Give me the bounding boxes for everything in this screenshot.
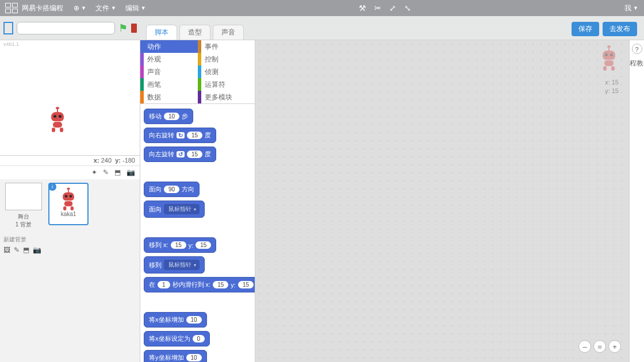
category-运算符[interactable]: 运算符 xyxy=(198,78,255,91)
block-change-y[interactable]: 将y坐标增加10 xyxy=(144,350,207,362)
app-logo xyxy=(5,2,20,14)
block-point-dir[interactable]: 面向90方向 xyxy=(144,182,200,197)
app-title: 网易卡搭编程 xyxy=(22,3,63,13)
zoom-reset-icon[interactable]: = xyxy=(593,340,606,353)
block-goto-obj[interactable]: 移到鼠标指针 xyxy=(144,256,205,274)
toolbar-row: ⚑ 脚本 造型 声音 保存 去发布 xyxy=(0,16,644,40)
tab-costumes[interactable]: 造型 xyxy=(179,25,210,40)
category-外观[interactable]: 外观 xyxy=(140,53,198,66)
help-label: 帮助与教程 xyxy=(630,59,644,68)
zoom-controls: – = + xyxy=(578,340,621,353)
paint-bg-icon[interactable]: ✎ xyxy=(14,246,20,254)
block-turn-left[interactable]: 向左旋转↺15度 xyxy=(144,147,216,162)
sprite-list: 舞台 1 背景 新建背景 🖼 ✎ ⬒ 📷 i kaka1 xyxy=(0,179,140,362)
stop-icon[interactable] xyxy=(131,24,137,33)
save-button[interactable]: 保存 xyxy=(572,22,599,36)
camera-sprite-icon[interactable]: 📷 xyxy=(126,168,135,177)
edit-menu[interactable]: 编辑▼ xyxy=(125,3,146,13)
paint-sprite-icon[interactable]: ✎ xyxy=(103,168,109,177)
category-声音[interactable]: 声音 xyxy=(140,66,198,78)
stage-controls: ⚑ xyxy=(0,16,140,40)
camera-bg-icon[interactable]: 📷 xyxy=(33,246,41,254)
sprite-thumbnail[interactable]: i kaka1 xyxy=(48,183,89,225)
zoom-out-icon[interactable]: – xyxy=(578,340,591,353)
block-turn-right[interactable]: 向右旋转↻15度 xyxy=(144,128,216,143)
stage-preview[interactable]: v461.1 xyxy=(0,40,140,155)
upload-bg-icon[interactable]: ⬒ xyxy=(23,246,29,254)
upload-sprite-icon[interactable]: ⬒ xyxy=(114,168,121,177)
stamp-icon[interactable]: ⚒ xyxy=(359,3,366,13)
user-menu[interactable]: 我▼ xyxy=(624,3,638,13)
project-name-input[interactable] xyxy=(17,22,115,34)
tab-scripts[interactable]: 脚本 xyxy=(146,25,177,40)
stage-sprite[interactable] xyxy=(49,112,66,132)
language-menu[interactable]: ⊕▼ xyxy=(74,4,86,12)
left-panel: v461.1 x: 240 y: -180 ✦ ✎ ⬒ 📷 舞台 1 背景 新建… xyxy=(0,40,140,362)
tab-sounds[interactable]: 声音 xyxy=(213,25,244,40)
green-flag-icon[interactable]: ⚑ xyxy=(118,22,128,34)
block-change-x[interactable]: 将x坐标增加10 xyxy=(144,312,207,328)
choose-sprite-icon[interactable]: ✦ xyxy=(91,168,97,177)
menu-bar: 网易卡搭编程 ⊕▼ 文件▼ 编辑▼ ⚒ ✂ ⤢ ⤡ 我▼ xyxy=(0,0,644,16)
shrink-icon[interactable]: ⤡ xyxy=(404,3,411,13)
grow-icon[interactable]: ⤢ xyxy=(389,3,396,13)
stage-thumbnail[interactable]: 舞台 1 背景 新建背景 🖼 ✎ ⬒ 📷 xyxy=(3,183,44,359)
zoom-in-icon[interactable]: + xyxy=(608,340,621,353)
help-panel: ? 帮助与教程 xyxy=(629,40,644,362)
sprite-info-icon[interactable]: i xyxy=(48,183,56,191)
category-grid: 动作事件外观控制声音侦测画笔运算符数据更多模块 xyxy=(140,40,255,104)
block-point-to[interactable]: 面向鼠标指针 xyxy=(144,201,205,218)
new-sprite-bar: ✦ ✎ ⬒ 📷 xyxy=(0,165,140,179)
file-menu[interactable]: 文件▼ xyxy=(95,3,116,13)
version-label: v461.1 xyxy=(3,41,19,47)
category-事件[interactable]: 事件 xyxy=(198,40,255,53)
fullscreen-icon[interactable] xyxy=(3,22,13,34)
script-canvas[interactable]: x: 15 y: 15 – = + xyxy=(255,40,629,362)
block-palette: 动作事件外观控制声音侦测画笔运算符数据更多模块 移动10步 向右旋转↻15度 向… xyxy=(140,40,255,362)
category-侦测[interactable]: 侦测 xyxy=(198,66,255,78)
cut-icon[interactable]: ✂ xyxy=(374,3,381,13)
choose-bg-icon[interactable]: 🖼 xyxy=(3,246,10,254)
publish-button[interactable]: 去发布 xyxy=(603,22,637,36)
block-set-x[interactable]: 将x坐标设定为0 xyxy=(144,331,210,346)
category-画笔[interactable]: 画笔 xyxy=(140,78,198,91)
block-list: 移动10步 向右旋转↻15度 向左旋转↺15度 面向90方向 面向鼠标指针 移到… xyxy=(140,104,255,362)
tool-icons: ⚒ ✂ ⤢ ⤡ xyxy=(151,3,620,13)
canvas-sprite-icon xyxy=(600,51,618,70)
editor-tabs: 脚本 造型 声音 保存 去发布 xyxy=(140,22,644,40)
block-move[interactable]: 移动10步 xyxy=(144,109,193,124)
category-动作[interactable]: 动作 xyxy=(140,40,198,53)
sprite-name-label: kaka1 xyxy=(61,211,76,217)
stage-coords: x: 240 y: -180 xyxy=(0,155,140,165)
block-glide[interactable]: 在1秒内滑行到 x:15y:15 xyxy=(144,277,255,292)
category-数据[interactable]: 数据 xyxy=(140,91,198,103)
canvas-coords: x: 15 y: 15 xyxy=(605,78,619,95)
category-更多模块[interactable]: 更多模块 xyxy=(198,91,255,103)
block-goto-xy[interactable]: 移到 x:15y:15 xyxy=(144,237,216,253)
globe-icon: ⊕ xyxy=(74,4,79,12)
category-控制[interactable]: 控制 xyxy=(198,53,255,66)
help-icon[interactable]: ? xyxy=(632,44,642,54)
